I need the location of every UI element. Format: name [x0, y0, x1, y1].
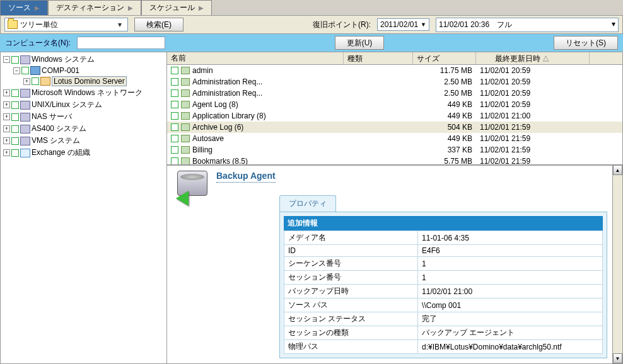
list-row[interactable]: admin11.75 MB11/02/01 20:59 — [167, 65, 622, 76]
checkbox[interactable] — [11, 149, 19, 157]
tree-mode-input[interactable] — [20, 20, 115, 29]
recovery-date-field[interactable]: 2011/02/01 ▼ — [377, 18, 429, 31]
expand-icon[interactable]: + — [3, 89, 10, 96]
recovery-point-combo[interactable]: 11/02/01 20:36 フル ▾ — [436, 18, 619, 32]
checkbox[interactable] — [11, 101, 19, 109]
expand-icon[interactable]: + — [3, 137, 10, 144]
file-date: 11/02/01 21:59 — [476, 134, 590, 143]
checkbox[interactable] — [32, 77, 39, 85]
tab-schedule[interactable]: スケジュール▶ — [141, 0, 212, 15]
expand-icon[interactable]: + — [3, 125, 10, 132]
tree-node-comp001[interactable]: −COMP-001 — [13, 65, 165, 76]
computer-name-bar: コンピュータ名(N): 更新(U) リセット(S) — [0, 34, 623, 52]
list-row[interactable]: Billing337 KB11/02/01 21:59 — [167, 144, 622, 156]
property-value: 1 — [418, 257, 603, 271]
file-list[interactable]: admin11.75 MB11/02/01 20:59Administratio… — [167, 65, 622, 164]
search-button[interactable]: 検索(E) — [134, 18, 183, 31]
checkbox[interactable] — [11, 113, 19, 121]
list-row[interactable]: Autosave449 KB11/02/01 21:59 — [167, 133, 622, 144]
db-icon — [181, 146, 190, 154]
list-row[interactable]: Bookmarks (8.5)5.75 MB11/02/01 21:59 — [167, 156, 622, 164]
tree-node-nas[interactable]: +NAS サーバ — [3, 111, 165, 123]
chevron-right-icon: ▶ — [199, 4, 204, 11]
col-size[interactable]: サイズ — [413, 52, 476, 64]
chevron-down-icon[interactable]: ▼ — [421, 21, 426, 28]
checkbox[interactable] — [171, 112, 178, 120]
checkbox[interactable] — [171, 123, 178, 131]
tab-source-label: ソース — [8, 3, 31, 13]
checkbox[interactable] — [171, 135, 178, 142]
list-row[interactable]: Application Library (8)449 KB11/02/01 21… — [167, 110, 622, 122]
file-date: 11/02/01 20:59 — [476, 100, 590, 109]
collapse-icon[interactable]: − — [13, 67, 20, 74]
checkbox[interactable] — [171, 146, 178, 154]
tree-pane[interactable]: −Windows システム −COMP-001 +Lotus Domino Se… — [0, 52, 167, 364]
update-button[interactable]: 更新(U) — [335, 36, 385, 50]
tree-node-windows[interactable]: −Windows システム — [3, 54, 165, 65]
file-date: 11/02/01 21:59 — [476, 123, 590, 132]
computer-icon — [30, 66, 40, 75]
checkbox[interactable] — [171, 67, 178, 74]
col-type[interactable]: 種類 — [344, 52, 413, 64]
property-row: シーケンス番号1 — [284, 257, 603, 271]
agent-title: Backup Agent — [216, 171, 276, 183]
checkbox[interactable] — [171, 157, 178, 164]
list-row[interactable]: Administration Req...2.50 MB11/02/01 20:… — [167, 76, 622, 88]
tree-node-vms[interactable]: +VMS システム — [3, 135, 165, 147]
network-icon — [20, 89, 30, 98]
file-size: 449 KB — [413, 100, 476, 109]
chevron-down-icon[interactable]: ▾ — [115, 20, 125, 29]
expand-icon[interactable]: + — [3, 149, 10, 156]
checkbox[interactable] — [171, 89, 178, 97]
tree-node-exchange[interactable]: +Exchange の組織 — [3, 147, 165, 159]
property-key: バックアップ日時 — [284, 285, 418, 299]
file-size: 449 KB — [413, 111, 476, 120]
tree-node-as400[interactable]: +AS400 システム — [3, 123, 165, 135]
expand-icon[interactable]: + — [23, 78, 30, 85]
toolbar: ▾ 検索(E) 復旧ポイント(R): 2011/02/01 ▼ 11/02/01… — [0, 15, 623, 34]
scrollbar[interactable]: ▲ ▼ — [612, 165, 622, 363]
tree-mode-combo[interactable]: ▾ — [4, 18, 128, 31]
col-date[interactable]: 最終更新日時△ — [476, 52, 590, 64]
property-key: 物理パス — [284, 340, 418, 354]
checkbox[interactable] — [11, 125, 19, 133]
expand-icon[interactable]: + — [3, 101, 10, 108]
property-value: 11-01-06 4:35 — [418, 231, 603, 245]
db-icon — [181, 67, 190, 74]
file-size: 2.50 MB — [413, 77, 476, 86]
checkbox[interactable] — [171, 101, 178, 108]
checkbox[interactable] — [11, 137, 19, 145]
tree-node-domino[interactable]: +Lotus Domino Server — [23, 76, 165, 87]
scroll-up-icon[interactable]: ▲ — [613, 165, 622, 175]
computer-name-input[interactable] — [77, 37, 165, 49]
tree-node-unix[interactable]: +UNIX/Linux システム — [3, 99, 165, 111]
main-tabs: ソース▶ デスティネーション▶ スケジュール▶ — [0, 0, 623, 15]
col-name[interactable]: 名前 — [167, 52, 344, 64]
list-row[interactable]: Archive Log (6)504 KB11/02/01 21:59 — [167, 122, 622, 133]
tab-destination[interactable]: デスティネーション▶ — [48, 0, 141, 15]
tree-node-msnet[interactable]: +Microsoft Windows ネットワーク — [3, 87, 165, 99]
expand-icon[interactable]: + — [3, 113, 10, 120]
properties-tab[interactable]: プロパティ — [279, 195, 336, 212]
list-row[interactable]: Agent Log (8)449 KB11/02/01 20:59 — [167, 99, 622, 110]
property-row: メディア名11-01-06 4:35 — [284, 231, 603, 245]
list-row[interactable]: Administration Req...2.50 MB11/02/01 20:… — [167, 88, 622, 99]
file-size: 504 KB — [413, 123, 476, 132]
checkbox[interactable] — [11, 89, 19, 97]
property-row: 物理パスd:¥IBM¥Lotus¥Domino¥data¥archlg50.nt… — [284, 340, 603, 354]
network-icon — [20, 125, 30, 134]
tab-source[interactable]: ソース▶ — [0, 0, 48, 15]
property-value: 完了 — [418, 312, 603, 326]
recovery-point-label: 復旧ポイント(R): — [313, 20, 371, 30]
chevron-down-icon[interactable]: ▾ — [612, 20, 615, 30]
checkbox[interactable] — [11, 56, 19, 64]
tab-schedule-label: スケジュール — [149, 3, 195, 13]
checkbox[interactable] — [171, 78, 178, 86]
db-icon — [181, 123, 190, 131]
reset-button[interactable]: リセット(S) — [554, 36, 618, 50]
collapse-icon[interactable]: − — [3, 56, 10, 63]
property-value: \\Comp 001 — [418, 299, 603, 312]
file-date: 11/02/01 20:59 — [476, 89, 590, 98]
checkbox[interactable] — [21, 67, 29, 74]
scroll-down-icon[interactable]: ▼ — [613, 353, 622, 363]
